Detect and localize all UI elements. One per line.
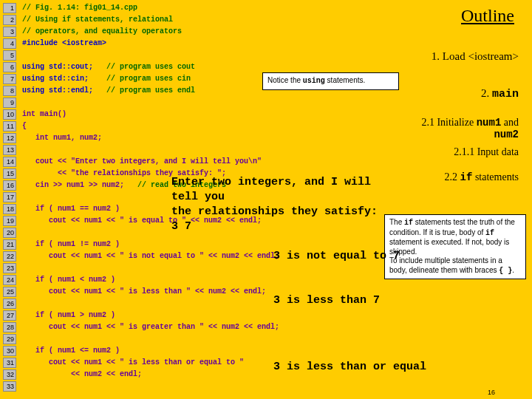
code-line: cout << num1 << " is greater than " << n… (22, 323, 279, 331)
line-number: 20 (3, 228, 16, 238)
code-line: using std::cout; // program uses cout (22, 63, 195, 71)
line-number: 10 (3, 109, 16, 120)
code-line: // Fig. 1.14: fig01_14.cpp (22, 4, 137, 12)
code-line: cout << num1 << " is less than " << num2… (22, 287, 266, 296)
code-line: if ( num1 < num2 ) (22, 276, 115, 284)
code-line: { (22, 122, 27, 130)
line-number: 14 (3, 157, 16, 167)
output-line-7: 3 is less than or equal (273, 361, 426, 373)
output-line-6: 3 is less than 7 (273, 294, 380, 307)
output-line-3: the relationships they satisfy: (171, 205, 378, 218)
line-number: 21 (3, 239, 16, 250)
code-line: if ( num1 != num2 ) (22, 240, 120, 248)
annot-init: 2.1 Initialize num1 andnum2 (421, 117, 519, 140)
code-line: if ( num1 == num2 ) (22, 205, 120, 213)
line-number: 22 (3, 251, 16, 262)
line-number: 11 (3, 121, 16, 132)
line-number: 23 (3, 263, 16, 273)
line-number: 15 (3, 168, 16, 179)
code-line: // Using if statements, relational (22, 16, 173, 24)
line-number: 4 (3, 38, 16, 49)
outline-heading: Outline (461, 6, 514, 26)
line-number: 32 (3, 369, 16, 380)
code-line: if ( num1 <= num2 ) (22, 347, 120, 355)
line-number: 24 (3, 275, 16, 285)
code-line: if ( num1 > num2 ) (22, 311, 115, 319)
annot-input: 2.1.1 Input data (454, 146, 519, 158)
line-number: 3 (3, 27, 16, 37)
line-number: 33 (3, 381, 16, 392)
annot-main: 2. main (481, 87, 519, 100)
line-number: 8 (3, 86, 16, 96)
line-number: 18 (3, 204, 16, 214)
line-number: 9 (3, 98, 16, 108)
line-number: 19 (3, 216, 16, 226)
line-number: 16 (3, 180, 16, 191)
line-number: 7 (3, 74, 16, 84)
line-number: 30 (3, 346, 16, 356)
line-number: 25 (3, 287, 16, 297)
code-line: using std::endl; // program uses endl (22, 86, 195, 95)
output-line-2: tell you (171, 191, 225, 203)
line-number: 1 (3, 3, 16, 13)
line-number: 6 (3, 62, 16, 72)
page-number: 16 (488, 389, 495, 396)
output-line-5: 3 is not equal to 7 (273, 250, 400, 262)
callout-using: Notice the using statements. (262, 72, 399, 90)
code-line: cout << "Enter two integers, and I will … (22, 157, 262, 166)
code-line: // operators, and equality operators (22, 27, 182, 35)
code-line: cout << num1 << " is not equal to " << n… (22, 252, 279, 260)
code-line: int num1, num2; (22, 134, 102, 142)
annot-load: 1. Load <iostream> (432, 50, 519, 63)
output-line-4: 3 7 (171, 220, 191, 233)
line-number: 5 (3, 50, 16, 61)
code-line: using std::cin; // program uses cin (22, 75, 191, 83)
line-number: 13 (3, 145, 16, 155)
code-line: int main() (22, 110, 66, 118)
code-line: cout << num1 << " is less than or equal … (22, 358, 244, 366)
line-number: 2 (3, 15, 16, 25)
annot-ifstmts: 2.2 if statements (445, 171, 519, 183)
code-line: << num2 << endl; (22, 370, 142, 378)
code-line: #include <iostream> (22, 39, 106, 47)
line-number: 26 (3, 299, 16, 309)
line-number: 28 (3, 322, 16, 332)
line-number: 17 (3, 192, 16, 202)
callout-ifbody: The if statements test the truth of the … (384, 214, 526, 279)
line-number: 12 (3, 133, 16, 143)
line-number: 29 (3, 334, 16, 344)
output-line-1: Enter two integers, and I will (171, 176, 371, 188)
line-number: 27 (3, 310, 16, 321)
line-number: 31 (3, 358, 16, 368)
